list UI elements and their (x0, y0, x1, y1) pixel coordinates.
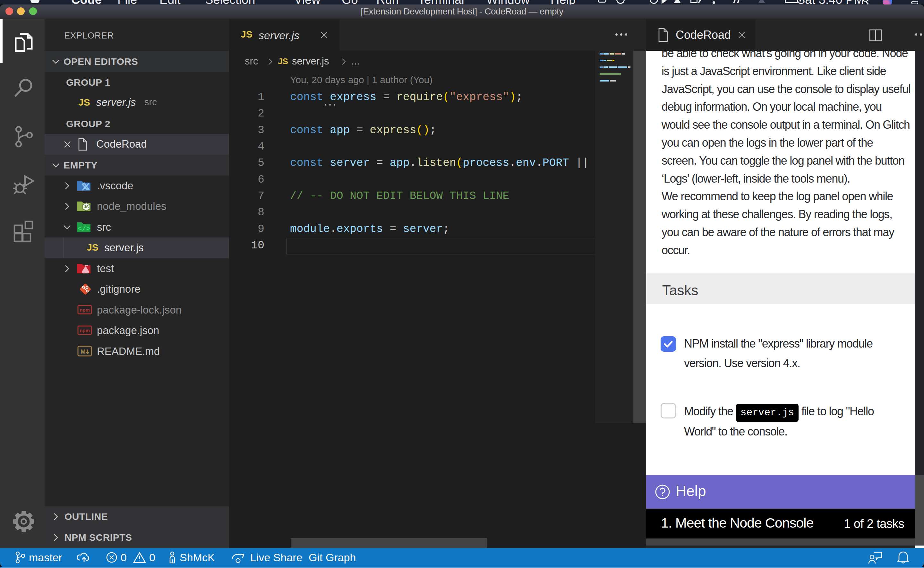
svg-text:M: M (80, 348, 86, 355)
svg-text:npm: npm (80, 307, 90, 313)
svg-text:JS: JS (84, 204, 89, 209)
svg-text:</>: </> (78, 225, 90, 233)
svg-text:npm: npm (80, 328, 90, 333)
